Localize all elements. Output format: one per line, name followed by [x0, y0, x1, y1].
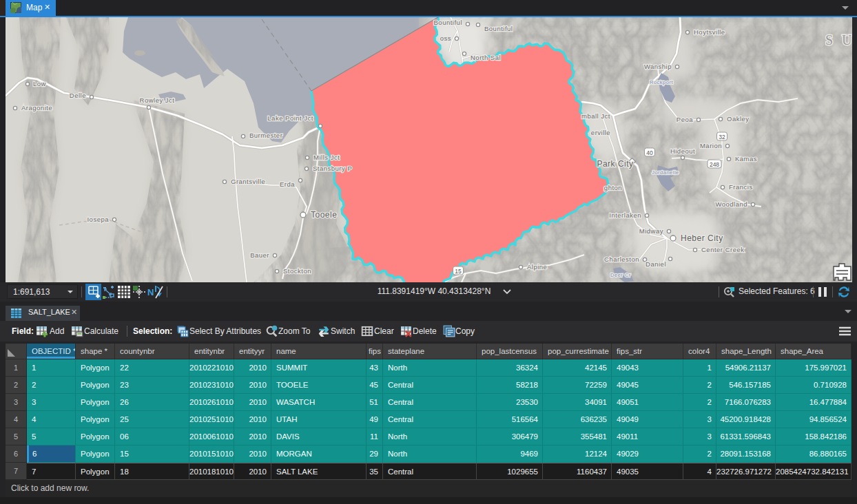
svg-text:248: 248 [710, 161, 719, 168]
svg-text:Francis: Francis [729, 183, 753, 191]
svg-text:Kamas: Kamas [735, 155, 757, 162]
svg-text:Bountiful: Bountiful [434, 19, 462, 26]
svg-text:Mills Jct: Mills Jct [313, 154, 340, 161]
svg-text:Iosepa: Iosepa [87, 216, 109, 223]
svg-text:Aragonite: Aragonite [21, 104, 52, 112]
svg-text:Jordanelle: Jordanelle [652, 169, 679, 176]
svg-text:Lake Point Jct: Lake Point Jct [267, 114, 313, 122]
svg-text:Oakley: Oakley [727, 115, 750, 123]
svg-text:Grantsville: Grantsville [231, 178, 265, 185]
svg-text:Burmester: Burmester [249, 132, 282, 139]
svg-text:Hoytsville: Hoytsville [694, 28, 725, 36]
svg-text:Erda: Erda [280, 180, 295, 188]
svg-text:Rowley Jct: Rowley Jct [140, 96, 175, 104]
svg-text:Low: Low [33, 80, 46, 87]
svg-text:Interlaken: Interlaken [609, 211, 641, 219]
svg-text:Stockton: Stockton [283, 267, 311, 275]
svg-text:Midway: Midway [639, 227, 663, 235]
svg-text:Charleston: Charleston [604, 255, 639, 263]
svg-text:32: 32 [719, 134, 725, 140]
svg-text:Delle: Delle [70, 92, 86, 99]
svg-text:15: 15 [455, 268, 462, 275]
svg-text:Rockport: Rockport [650, 79, 673, 85]
svg-text:North Sal: North Sal [471, 54, 501, 61]
svg-text:Deer Cr: Deer Cr [610, 272, 631, 278]
svg-text:Wanship: Wanship [644, 63, 672, 70]
svg-text:Bauer: Bauer [250, 251, 269, 259]
svg-text:Peoa: Peoa [677, 116, 693, 123]
svg-text:Tooele: Tooele [311, 210, 337, 220]
svg-text:S U: S U [825, 32, 852, 48]
svg-text:mball Jct: mball Jct [581, 112, 610, 120]
svg-text:40: 40 [646, 149, 653, 156]
svg-text:Woodland: Woodland [715, 200, 747, 208]
svg-text:Bountiful: Bountiful [484, 25, 513, 32]
svg-text:Heber City: Heber City [681, 233, 723, 243]
svg-text:Park City: Park City [597, 159, 633, 169]
svg-text:Hideout: Hideout [670, 147, 695, 155]
svg-text:Stansbury P: Stansbury P [313, 165, 352, 172]
svg-text:ghton: ghton [604, 184, 622, 191]
svg-text:oss: oss [440, 34, 451, 42]
svg-text:Daniel: Daniel [646, 260, 666, 268]
svg-text:erville: erville [591, 129, 610, 136]
svg-text:Center Creek: Center Creek [701, 246, 745, 253]
svg-text:Marion: Marion [700, 142, 722, 149]
svg-text:Alpine: Alpine [527, 263, 547, 271]
